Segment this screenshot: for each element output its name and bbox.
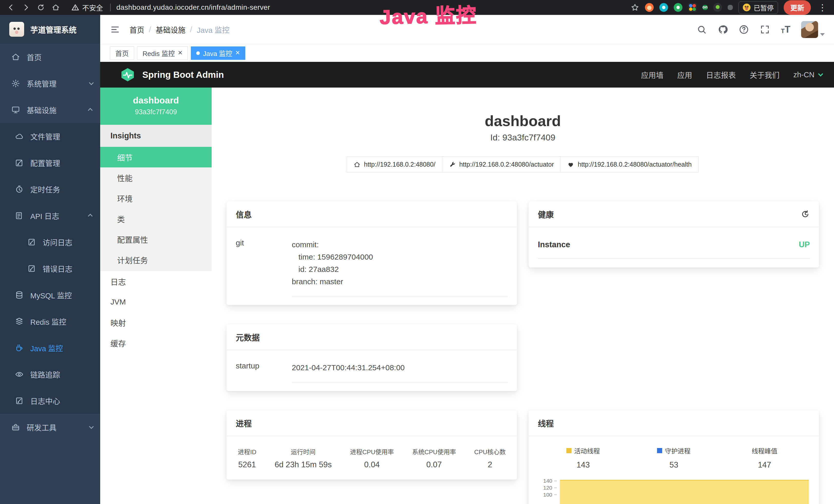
gear-icon <box>11 79 20 88</box>
on-badge-extension-icon[interactable]: on <box>702 5 708 10</box>
sba-item-scheduledtasks[interactable]: 计划任务 <box>100 250 212 270</box>
reload-icon[interactable] <box>36 2 46 13</box>
caret-down-icon <box>820 33 825 36</box>
spring-boot-admin: Spring Boot Admin 应用墙 应用 日志报表 关于我们 zh-CN <box>100 62 834 504</box>
back-icon[interactable] <box>6 2 17 13</box>
sidebar-item-system[interactable]: 系统管理 <box>0 70 100 96</box>
sidebar-item-trace[interactable]: 链路追踪 <box>0 361 100 387</box>
health-status-badge: UP <box>799 240 810 249</box>
sidebar-item-redis[interactable]: Redis 监控 <box>0 308 100 335</box>
instance-header[interactable]: dashboard 93a3fc7f7409 <box>100 88 212 125</box>
sidebar-item-mysql[interactable]: MySQL 监控 <box>0 282 100 308</box>
browser-menu-icon[interactable]: ⋮ <box>816 3 828 12</box>
hamburger-icon[interactable] <box>110 25 120 34</box>
sba-nav-wallboard[interactable]: 应用墙 <box>641 69 663 80</box>
chevron-down-icon <box>818 71 823 76</box>
access-log-icon <box>27 238 36 247</box>
sba-logo-icon[interactable] <box>120 67 135 82</box>
sidebar-item-apilog[interactable]: API 日志 <box>0 202 100 229</box>
metadata-key: startup <box>236 362 292 382</box>
sba-nav-applications[interactable]: 应用 <box>677 69 692 80</box>
info-card: 信息 git commit: time: 1596289704000 id: 2… <box>226 201 517 305</box>
locale-selector[interactable]: zh-CN <box>793 71 822 79</box>
insights-section-title: Insights <box>100 125 212 147</box>
sba-body: dashboard 93a3fc7f7409 Insights 细节 性能 环境… <box>100 88 834 504</box>
browser-home-icon[interactable] <box>50 2 61 13</box>
sba-item-metrics[interactable]: 性能 <box>100 167 212 188</box>
link-url: http://192.168.0.2:48080/ <box>364 161 435 168</box>
history-icon[interactable] <box>800 209 810 219</box>
process-columns: 进程ID 5261 运行时间 6d 23h 15m 59s <box>236 440 508 471</box>
user-menu[interactable] <box>801 21 825 38</box>
sidebar-item-accesslog[interactable]: 访问日志 <box>0 229 100 255</box>
threads-card: 线程 活动线程 143 守护进程 <box>529 410 819 504</box>
update-button[interactable]: 更新 <box>784 0 811 15</box>
smiley-icon <box>743 4 750 11</box>
git-commit-time: time: 1596289704000 <box>292 251 508 263</box>
sba-item-details[interactable]: 细节 <box>100 147 212 167</box>
col-label: 进程CPU使用率 <box>350 447 394 456</box>
sba-item-configprops[interactable]: 配置属性 <box>100 229 212 250</box>
teal-extension-icon[interactable] <box>659 3 668 12</box>
sidebar-item-infra[interactable]: 基础设施 <box>0 96 100 123</box>
col-label: CPU核心数 <box>474 447 506 456</box>
close-icon[interactable]: × <box>178 49 183 56</box>
tab-label: Redis 监控 <box>142 48 175 58</box>
sidebar-item-errorlog[interactable]: 错误日志 <box>0 255 100 282</box>
sba-item-logfile[interactable]: 日志 <box>100 271 212 292</box>
sba-nav-about[interactable]: 关于我们 <box>750 69 780 80</box>
help-icon[interactable] <box>739 24 749 35</box>
link-health[interactable]: http://192.168.0.2:48080/actuator/health <box>561 156 698 173</box>
sba-item-caches[interactable]: 缓存 <box>100 333 212 353</box>
infra-submenu: 文件管理 配置管理 定时任务 API 日志 访问日志 <box>0 123 100 414</box>
font-size-icon[interactable]: TT <box>781 25 790 34</box>
cloud-icon <box>15 132 24 141</box>
col-value: 5261 <box>238 460 256 469</box>
sba-brand[interactable]: Spring Boot Admin <box>142 70 224 80</box>
sba-nav-journal[interactable]: 日志报表 <box>706 69 736 80</box>
address-bar[interactable]: dashboard.yudao.iocoder.cn/infra/admin-s… <box>116 3 270 12</box>
sidebar-item-job[interactable]: 定时任务 <box>0 176 100 202</box>
fox-extension-icon[interactable] <box>645 3 654 12</box>
link-actuator[interactable]: http://192.168.0.2:48080/actuator <box>442 156 561 173</box>
git-commit-id: id: 27aa832 <box>292 263 508 275</box>
sba-main: dashboard Id: 93a3fc7f7409 http://192.16… <box>212 88 834 504</box>
search-icon[interactable] <box>697 24 707 35</box>
close-icon[interactable]: × <box>235 49 240 56</box>
security-indicator[interactable]: 不安全 <box>71 3 103 13</box>
forward-icon[interactable] <box>21 2 31 13</box>
legend-live: 活动线程 143 <box>538 446 629 469</box>
sba-item-env[interactable]: 环境 <box>100 188 212 208</box>
sba-item-classes[interactable]: 类 <box>100 208 212 229</box>
link-root[interactable]: http://192.168.0.2:48080/ <box>347 156 442 173</box>
sidebar-item-config[interactable]: 配置管理 <box>0 150 100 176</box>
app-logo[interactable]: 芋道管理系统 <box>0 15 100 44</box>
insights-section: Insights 细节 性能 环境 类 配置属性 计划任务 <box>100 125 212 271</box>
item-label: API 日志 <box>30 210 59 221</box>
grid-extension-icon[interactable] <box>688 3 697 12</box>
bookmark-star-icon[interactable] <box>631 3 639 12</box>
sidebar-item-logcenter[interactable]: 日志中心 <box>0 387 100 414</box>
fullscreen-icon[interactable] <box>760 24 770 35</box>
sidebar-item-home[interactable]: 首页 <box>0 44 100 70</box>
tab-home[interactable]: 首页 <box>110 46 134 60</box>
paused-chip[interactable]: 已暂停 <box>739 1 778 14</box>
github-icon[interactable] <box>718 24 728 35</box>
item-label: 链路追踪 <box>30 369 60 380</box>
breadcrumb-infra[interactable]: 基础设施 <box>156 24 185 35</box>
chevron-down-icon <box>89 424 93 429</box>
tab-java[interactable]: Java 监控 × <box>191 46 245 60</box>
sba-item-jvm[interactable]: JVM <box>100 292 212 312</box>
leaf-extension-icon[interactable] <box>713 3 722 12</box>
heart-icon <box>567 161 574 168</box>
sba-sidebar: dashboard 93a3fc7f7409 Insights 细节 性能 环境… <box>100 88 212 504</box>
sidebar-item-devtools[interactable]: 研发工具 <box>0 414 100 440</box>
breadcrumb-home[interactable]: 首页 <box>129 24 144 35</box>
tab-redis[interactable]: Redis 监控 × <box>137 46 188 60</box>
puzzle-extensions-icon[interactable] <box>728 5 733 10</box>
green-extension-icon[interactable] <box>674 3 682 12</box>
active-dot <box>196 51 200 55</box>
sidebar-item-java[interactable]: Java 监控 <box>0 335 100 361</box>
sba-item-mappings[interactable]: 映射 <box>100 312 212 333</box>
sidebar-item-file[interactable]: 文件管理 <box>0 123 100 150</box>
